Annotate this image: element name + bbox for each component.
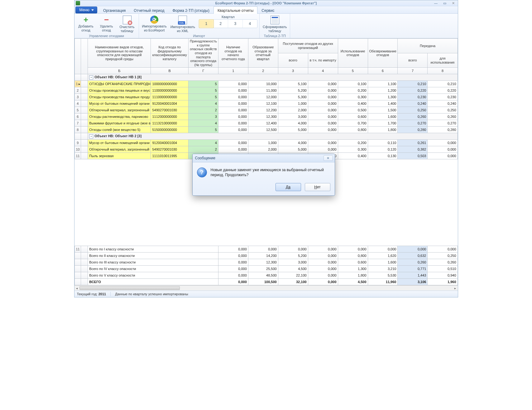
clear-grid-icon: [123, 16, 132, 24]
data-row[interactable]: 2Отходы производства пищевых и вкус11000…: [74, 87, 458, 94]
summary-grid: 11Всего по I классу опасности0,0000,0000…: [74, 246, 458, 285]
window-buttons: — ▭ ✕: [432, 1, 458, 5]
quarter-3[interactable]: 3: [228, 20, 243, 28]
ribbon-clear[interactable]: Очиститьтаблицу: [117, 15, 137, 33]
summary-row: Всего по III классу опасности0,00012,300…: [74, 259, 458, 266]
quarter-label: Квартал: [222, 15, 235, 19]
ribbon-add[interactable]: +Добавитьотход: [76, 15, 96, 33]
data-row[interactable]: 10Обтирочный материал, загрязненный54902…: [74, 146, 458, 153]
ribbon-group-label: Таблица 2-ТП: [260, 34, 290, 38]
ribbon-group-label: Импорт: [139, 34, 259, 38]
plus-icon: +: [82, 16, 90, 24]
xml-icon: [178, 16, 187, 24]
status-year-label: Текущий год:: [77, 292, 98, 296]
close-button[interactable]: ✕: [449, 1, 458, 5]
dialog-title-bar[interactable]: Сообщение ✕: [193, 154, 335, 162]
group-row[interactable]: −Объект НВ: Объект НВ 1 [8]: [74, 74, 458, 81]
import-eco-icon: [150, 16, 158, 24]
menu-tabs: Меню ОрганизацияОтчетный периодФорма 2-Т…: [74, 6, 458, 14]
form-table-icon: [271, 16, 279, 24]
data-row[interactable]: 8Отходы солей (мое вещество 5)5150000000…: [74, 127, 458, 133]
quarter-selector: Квартал1234: [199, 15, 257, 28]
quarter-1[interactable]: 1: [199, 19, 214, 28]
scroll-thumb[interactable]: [79, 286, 180, 290]
ribbon-group-2: СформироватьтаблицуТаблица 2-ТП: [260, 14, 290, 38]
summary-row: Всего по II классу опасности0,00014,2005…: [74, 253, 458, 259]
tab-3[interactable]: Квартальные отчеты: [213, 6, 257, 14]
horizontal-scrollbar[interactable]: ◂ ▸: [74, 285, 458, 291]
ribbon-group-1: Импортироватьиз EcoReportИмпортироватьиз…: [139, 14, 260, 38]
data-row[interactable]: 7Выжимки фруктовые и ягодные (мое в11132…: [74, 120, 458, 127]
confirm-dialog: Сообщение ✕ ? Новые данные заменят уже и…: [192, 154, 335, 196]
ribbon-group-label: Управление отходами: [74, 34, 139, 38]
dialog-close-button[interactable]: ✕: [324, 155, 333, 161]
app-window: EcoReport Форма 2-ТП (отходы) - [ООО "Ко…: [74, 0, 458, 297]
data-row[interactable]: 4Мусор от бытовых помещений органи912004…: [74, 100, 458, 107]
status-bar: Текущий год: 2011 Данные по кварталу усп…: [74, 291, 458, 297]
ribbon-imp-xml[interactable]: Импортироватьиз XML: [169, 15, 196, 33]
ribbon-form[interactable]: Сформироватьтаблицу: [261, 15, 288, 33]
dialog-yes-button[interactable]: Да: [276, 183, 301, 191]
tab-0[interactable]: Организация: [99, 6, 130, 13]
tab-4[interactable]: Сервис: [257, 6, 278, 13]
quarter-2[interactable]: 2: [213, 20, 228, 28]
ribbon: +Добавитьотход−УдалитьотходОчиститьтабли…: [74, 14, 458, 38]
collapse-icon[interactable]: −: [89, 134, 93, 138]
data-row[interactable]: 1▸ОТХОДЫ ОРГАНИЧЕСКИЕ ПРИРОДНОГО10000000…: [74, 81, 458, 87]
ribbon-imp-eco[interactable]: Импортироватьиз EcoReport: [141, 15, 168, 33]
scroll-left-icon[interactable]: ◂: [74, 286, 79, 291]
dialog-no-button[interactable]: Нет: [305, 183, 330, 191]
tab-2[interactable]: Форма 2-ТП (отходы): [168, 6, 213, 13]
status-year: 2011: [98, 292, 106, 296]
data-row[interactable]: 9Мусор от бытовых помещений органи912004…: [74, 140, 458, 146]
menu-button-label: Меню: [79, 8, 89, 12]
total-row: ВСЕГО0,000100,50032,1000,0004,50011,9603…: [74, 279, 458, 285]
data-grid[interactable]: Наименование видов отходов, сгруппирован…: [74, 38, 458, 159]
caret-down-icon: [91, 9, 94, 11]
ribbon-del[interactable]: −Удалитьотход: [97, 15, 116, 33]
window-title: EcoReport Форма 2-ТП (отходы) - [ООО "Ко…: [74, 1, 458, 5]
data-row[interactable]: 3Отходы производства пищевых проду111000…: [74, 94, 458, 100]
menu-button[interactable]: Меню: [75, 7, 97, 13]
data-row[interactable]: 6Отходы растениеводства, парниково111200…: [74, 113, 458, 120]
dialog-message: Новые данные заменят уже имеющиеся за вы…: [211, 167, 330, 177]
app-icon: [76, 1, 80, 5]
minus-icon: −: [103, 16, 111, 24]
summary-row: Всего по V классу опасности0,00048,50022…: [74, 272, 458, 279]
tab-1[interactable]: Отчетный период: [130, 6, 168, 13]
group-row[interactable]: −Объект НВ: Объект НВ 2 [3]: [74, 133, 458, 140]
ribbon-group-0: +Добавитьотход−УдалитьотходОчиститьтабли…: [74, 14, 139, 38]
status-message: Данные по кварталу успешно импортированы: [115, 292, 188, 296]
data-row[interactable]: 5Обтирочный материал, загрязненный549027…: [74, 107, 458, 113]
question-icon: ?: [197, 167, 207, 177]
minimize-button[interactable]: —: [432, 1, 440, 5]
quarter-4[interactable]: 4: [243, 20, 257, 28]
title-bar: EcoReport Форма 2-ТП (отходы) - [ООО "Ко…: [74, 0, 458, 6]
dialog-title: Сообщение: [195, 156, 215, 160]
collapse-icon[interactable]: −: [89, 75, 93, 80]
scroll-right-icon[interactable]: ▸: [453, 286, 458, 291]
summary-row: Всего по IV классу опасности0,00025,5004…: [74, 266, 458, 272]
summary-row: 11Всего по I классу опасности0,0000,0000…: [74, 246, 458, 253]
maximize-button[interactable]: ▭: [440, 1, 449, 5]
